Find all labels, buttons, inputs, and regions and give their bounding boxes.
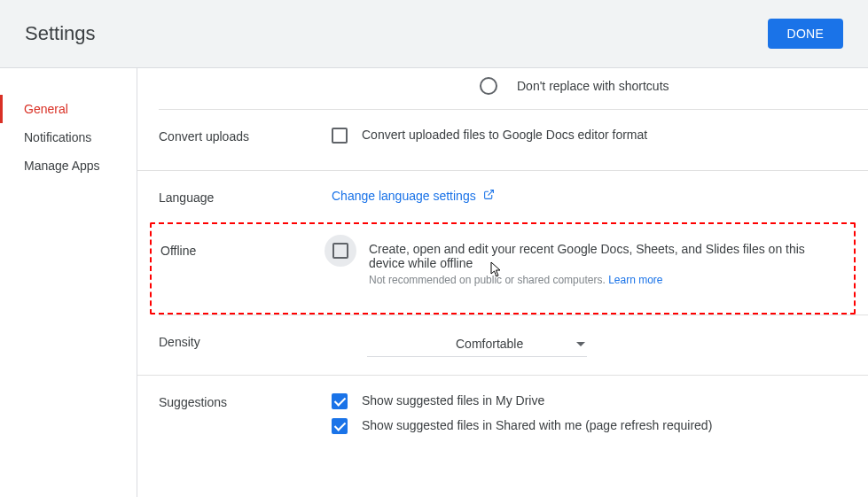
convert-row: Convert uploads Convert uploaded files t… bbox=[137, 110, 868, 171]
offline-subtext: Not recommended on public or shared comp… bbox=[369, 274, 836, 286]
settings-body: General Notifications Manage Apps Don't … bbox=[0, 68, 868, 497]
suggestion-option-1: Show suggested files in My Drive bbox=[332, 393, 850, 409]
density-row: Density Comfortable bbox=[137, 315, 868, 376]
offline-label: Offline bbox=[160, 242, 325, 286]
suggestion-checkbox-2[interactable] bbox=[332, 418, 348, 434]
svg-line-0 bbox=[488, 190, 493, 196]
sidebar-item-general[interactable]: General bbox=[0, 95, 137, 123]
suggestion-option-2: Show suggested files in Shared with me (… bbox=[332, 418, 850, 434]
external-link-icon bbox=[483, 189, 495, 200]
offline-checkbox-container[interactable] bbox=[325, 235, 356, 267]
suggestion-text-2: Show suggested files in Shared with me (… bbox=[362, 418, 712, 432]
offline-sub-span: Not recommended on public or shared comp… bbox=[369, 274, 606, 286]
suggestions-row: Suggestions Show suggested files in My D… bbox=[137, 376, 868, 461]
radio-label: Don't replace with shortcuts bbox=[517, 79, 669, 93]
offline-highlighted-section: Offline Create, open and edit your recen… bbox=[150, 222, 856, 315]
language-label: Language bbox=[159, 189, 332, 205]
shortcuts-row: Don't replace with shortcuts bbox=[159, 68, 868, 110]
density-select[interactable]: Comfortable bbox=[367, 333, 587, 357]
sidebar-item-notifications[interactable]: Notifications bbox=[0, 123, 137, 151]
convert-label: Convert uploads bbox=[159, 128, 332, 152]
sidebar-item-manage-apps[interactable]: Manage Apps bbox=[0, 151, 137, 180]
offline-checkbox[interactable] bbox=[332, 243, 348, 259]
language-link[interactable]: Change language settings bbox=[332, 189, 495, 203]
language-link-text: Change language settings bbox=[332, 189, 476, 203]
suggestions-label: Suggestions bbox=[159, 393, 332, 443]
radio-no-shortcuts[interactable] bbox=[480, 77, 497, 95]
done-button[interactable]: DONE bbox=[768, 19, 843, 49]
density-value: Comfortable bbox=[456, 337, 523, 351]
offline-row: Offline Create, open and edit your recen… bbox=[152, 224, 854, 313]
offline-learn-more-link[interactable]: Learn more bbox=[608, 274, 662, 286]
convert-checkbox[interactable] bbox=[332, 128, 348, 144]
chevron-down-icon bbox=[576, 342, 585, 346]
suggestion-text-1: Show suggested files in My Drive bbox=[362, 393, 544, 408]
page-title: Settings bbox=[25, 22, 96, 45]
language-row: Language Change language settings bbox=[137, 171, 868, 222]
convert-option: Convert uploaded files to Google Docs ed… bbox=[332, 128, 850, 144]
density-label: Density bbox=[159, 333, 332, 357]
settings-content: Don't replace with shortcuts Convert upl… bbox=[137, 68, 868, 497]
offline-text: Create, open and edit your recent Google… bbox=[369, 242, 836, 270]
settings-header: Settings DONE bbox=[0, 0, 868, 68]
settings-sidebar: General Notifications Manage Apps bbox=[0, 68, 137, 497]
suggestion-checkbox-1[interactable] bbox=[332, 393, 348, 409]
convert-text: Convert uploaded files to Google Docs ed… bbox=[362, 128, 647, 142]
